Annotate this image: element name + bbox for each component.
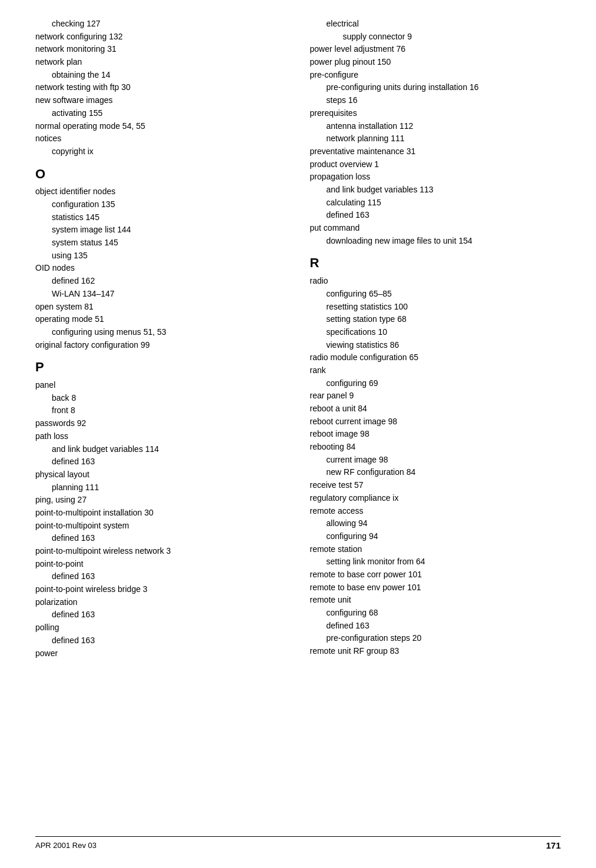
index-entry: power plug pinout 150 [310,56,561,69]
index-entry: current image 98 [310,454,561,467]
index-entry: operating mode 51 [35,313,287,326]
index-entry: passwords 92 [35,417,287,430]
index-entry: radio module configuration 65 [310,351,561,364]
index-entry: point-to-multipoint wireless network 3 [35,545,287,558]
index-entry: antenna installation 112 [310,120,561,133]
index-entry: steps 16 [310,94,561,107]
index-entry: setting link monitor from 64 [310,556,561,568]
index-entry: supply connector 9 [310,31,561,44]
index-entry: network plan [35,56,287,69]
index-entry: configuring using menus 51, 53 [35,326,287,339]
index-entry: configuring 65–85 [310,288,561,301]
index-entry: propagation loss [310,171,561,184]
index-entry: obtaining the 14 [35,69,287,82]
index-entry: front 8 [35,404,287,417]
index-entry: network monitoring 31 [35,43,287,56]
page-footer: APR 2001 Rev 03 171 [35,836,561,850]
index-entry: panel [35,379,287,392]
index-entry: network testing with ftp 30 [35,81,287,94]
index-entry: and link budget variables 113 [310,184,561,197]
page-container: checking 127network configuring 132netwo… [0,0,596,868]
section-letter: P [35,358,287,377]
footer-page-number: 171 [546,840,561,850]
index-entry: configuration 135 [35,198,287,211]
index-entry: and link budget variables 114 [35,443,287,456]
index-entry: configuring 69 [310,377,561,390]
index-entry: reboot current image 98 [310,415,561,428]
index-entry: path loss [35,430,287,443]
index-entry: network configuring 132 [35,31,287,44]
index-entry: electrical [310,18,561,31]
index-entry: notices [35,132,287,145]
index-entry: pre-configuring units during installatio… [310,81,561,94]
index-entry: preventative maintenance 31 [310,145,561,158]
index-entry: power level adjustment 76 [310,43,561,56]
index-entry: reboot image 98 [310,428,561,441]
index-entry: copyright ix [35,145,287,158]
section-letter: O [35,165,287,184]
index-entry: allowing 94 [310,517,561,530]
index-entry: rebooting 84 [310,441,561,454]
index-entry: resetting statistics 100 [310,301,561,314]
index-entry: new RF configuration 84 [310,466,561,479]
index-entry: pre-configuration steps 20 [310,632,561,645]
index-entry: point-to-multipoint system [35,520,287,533]
index-entry: viewing statistics 86 [310,339,561,352]
index-entry: put command [310,222,561,235]
index-entry: open system 81 [35,301,287,314]
index-entry: object identifier nodes [35,185,287,198]
index-entry: prerequisites [310,107,561,120]
index-entry: physical layout [35,468,287,481]
index-entry: defined 163 [310,620,561,633]
footer-date: APR 2001 Rev 03 [35,841,96,850]
index-entry: activating 155 [35,107,287,120]
index-entry: defined 163 [35,608,287,621]
left-column: checking 127network configuring 132netwo… [35,18,287,660]
index-entry: planning 111 [35,481,287,494]
index-entry: remote to base env power 101 [310,581,561,594]
index-entry: ping, using 27 [35,494,287,507]
index-entry: configuring 68 [310,607,561,620]
index-entry: point-to-point wireless bridge 3 [35,583,287,596]
index-entry: rank [310,364,561,377]
index-entry: polarization [35,596,287,609]
index-entry: polling [35,621,287,634]
index-entry: system status 145 [35,237,287,250]
section-letter: R [310,254,561,272]
index-entry: using 135 [35,250,287,262]
index-entry: original factory configuration 99 [35,339,287,352]
index-entry: statistics 145 [35,211,287,224]
index-entry: defined 163 [310,209,561,222]
index-entry: calculating 115 [310,197,561,209]
index-entry: new software images [35,94,287,107]
index-entry: checking 127 [35,18,287,31]
index-entry: regulatory compliance ix [310,492,561,505]
index-entry: remote to base corr power 101 [310,568,561,581]
index-entry: back 8 [35,392,287,405]
index-entry: normal operating mode 54, 55 [35,120,287,133]
index-entry: pre-configure [310,69,561,82]
index-entry: point-to-multipoint installation 30 [35,507,287,520]
index-entry: system image list 144 [35,224,287,237]
index-entry: radio [310,275,561,288]
index-entry: specifications 10 [310,326,561,339]
index-entry: downloading new image files to unit 154 [310,235,561,248]
index-entry: defined 163 [35,634,287,647]
index-entry: remote unit [310,594,561,607]
index-entry: network planning 111 [310,132,561,145]
index-entry: remote unit RF group 83 [310,645,561,658]
index-entry: receive test 57 [310,479,561,492]
index-entry: defined 163 [35,455,287,468]
index-entry: defined 163 [35,532,287,545]
index-columns: checking 127network configuring 132netwo… [35,18,561,660]
index-entry: defined 163 [35,570,287,583]
right-column: electricalsupply connector 9power level … [310,18,561,660]
index-entry: defined 162 [35,275,287,288]
index-entry: rear panel 9 [310,390,561,403]
index-entry: Wi-LAN 134–147 [35,288,287,301]
index-entry: remote access [310,505,561,518]
index-entry: product overview 1 [310,158,561,171]
index-entry: setting station type 68 [310,313,561,326]
index-entry: reboot a unit 84 [310,403,561,415]
index-entry: remote station [310,543,561,556]
